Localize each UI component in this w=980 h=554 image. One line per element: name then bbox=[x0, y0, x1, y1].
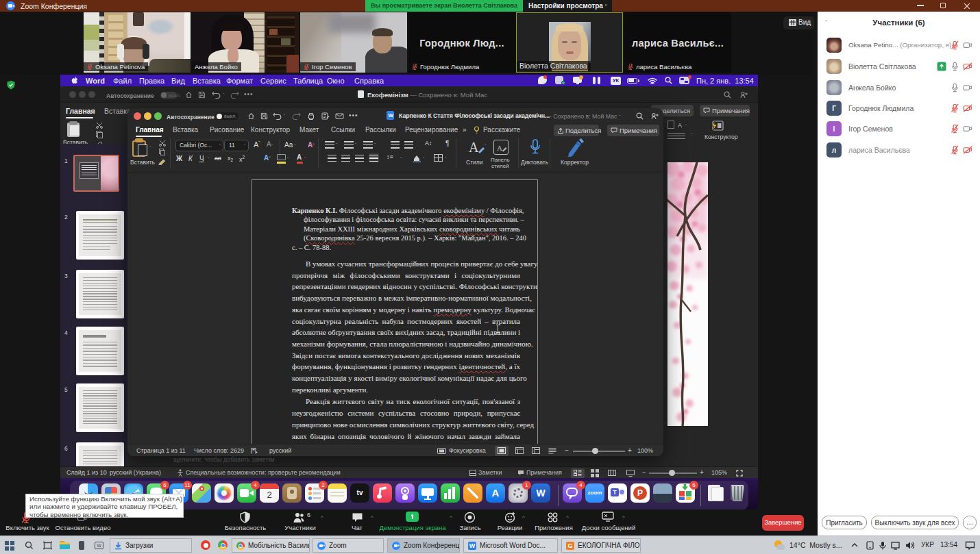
svg-text:А: А bbox=[469, 140, 479, 155]
svg-text:А: А bbox=[497, 144, 502, 152]
